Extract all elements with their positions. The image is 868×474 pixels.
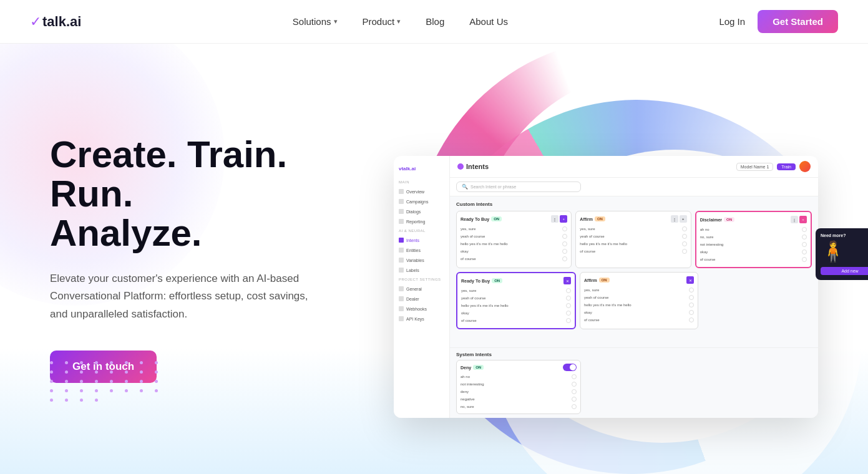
intent-action-add[interactable]: +: [799, 216, 807, 223]
dot: [95, 361, 98, 364]
sidebar-item-intents[interactable]: Intents: [394, 235, 449, 245]
system-intent-badge: ON: [473, 365, 484, 370]
chevron-down-icon: ▾: [334, 17, 338, 26]
intent-action-add[interactable]: +: [560, 215, 567, 223]
nav-links: Solutions ▾ Product ▾ Blog About Us: [293, 16, 508, 27]
intent-card-affirm[interactable]: Affirm ON ⋮ + yes, sure yeah of course: [575, 211, 691, 268]
intent-card-affirm-2[interactable]: Affirm ON ✕ yes, sure yeah of course hel…: [580, 272, 698, 329]
sidebar-item-overview[interactable]: Overview: [394, 186, 449, 196]
system-intents-title: System Intents: [456, 352, 812, 357]
intent-card-ready-to-buy[interactable]: Ready To Buy ON ⋮ + yes, sure yeah of co…: [456, 211, 572, 268]
intent-card-disclaimer[interactable]: Disclaimer ON ⋮ + ah no no, sure not i: [695, 211, 812, 268]
model-select[interactable]: Model Name 1: [736, 163, 774, 171]
intent-item: okay: [461, 309, 571, 317]
system-intent-card-deny[interactable]: Deny ON ah no not interesting deny negat…: [456, 360, 581, 414]
intent-actions: ✕: [563, 277, 571, 284]
intent-row-2: Ready To Buy ON ✕ yes, sure yeah of cour…: [456, 272, 812, 329]
dot: [80, 380, 83, 383]
sidebar-main-label: MAIN: [394, 178, 449, 186]
intent-item: okay: [461, 248, 567, 255]
nav-solutions[interactable]: Solutions ▾: [293, 16, 338, 27]
intent-item: of course: [584, 316, 694, 324]
intent-item: okay: [700, 248, 807, 256]
dot: [80, 399, 83, 402]
need-more-figure: 🧍: [821, 241, 868, 261]
app-topbar-right: Model Name 1 Train: [736, 161, 811, 172]
sidebar-item-webhooks[interactable]: Webhooks: [394, 304, 449, 314]
dialogs-icon: [399, 209, 404, 214]
intent-row-1: Ready To Buy ON ⋮ + yes, sure yeah of co…: [456, 211, 812, 268]
dot: [80, 389, 83, 392]
dot: [110, 389, 113, 392]
sidebar-item-general[interactable]: General: [394, 284, 449, 294]
dot: [80, 361, 83, 364]
navbar: ✓ talk.ai Solutions ▾ Product ▾ Blog Abo…: [0, 0, 868, 44]
sidebar-item-reporting[interactable]: Reporting: [394, 216, 449, 226]
intent-action-settings[interactable]: ✕: [563, 277, 571, 284]
dot: [140, 380, 143, 383]
sidebar-item-dealer[interactable]: Dealer: [394, 294, 449, 304]
search-input[interactable]: 🔍 Search Intent or phrase: [456, 181, 581, 192]
intent-item: okay: [584, 309, 694, 316]
labels-icon: [399, 268, 404, 273]
dot: [95, 380, 98, 383]
sidebar-item-entities[interactable]: Entities: [394, 245, 449, 255]
sidebar-item-variables[interactable]: Variables: [394, 255, 449, 265]
chevron-down-icon: ▾: [397, 17, 401, 26]
sidebar-item-dialogs[interactable]: Dialogs: [394, 206, 449, 216]
dot: [95, 399, 98, 402]
intent-action-settings[interactable]: ⋮: [671, 215, 678, 223]
intent-card-ready-to-buy-2[interactable]: Ready To Buy ON ✕ yes, sure yeah of cour…: [456, 272, 576, 329]
system-intent-toggle[interactable]: [563, 364, 577, 371]
nav-about[interactable]: About Us: [469, 16, 508, 27]
nav-blog[interactable]: Blog: [426, 16, 444, 27]
app-searchbar: 🔍 Search Intent or phrase: [450, 178, 818, 196]
sidebar-ai-label: AI & NEURAL: [394, 226, 449, 235]
dot: [65, 380, 68, 383]
intent-item: hello yes it's me it's me hello: [461, 302, 571, 309]
intent-item: of course: [461, 255, 567, 263]
train-button[interactable]: Train: [777, 163, 796, 170]
dot: [155, 380, 158, 383]
app-topbar-title: Intents: [457, 163, 489, 170]
intent-item: yes, sure: [584, 286, 694, 294]
intent-item: of course: [461, 317, 571, 324]
intent-item: no, sure: [461, 403, 577, 410]
hero-right: vtalk.ai MAIN Overview Campaigns Dialogs…: [381, 44, 868, 474]
nav-product[interactable]: Product ▾: [363, 16, 401, 27]
webhooks-icon: [399, 306, 404, 311]
intent-name: Disclaimer: [700, 218, 722, 222]
logo[interactable]: ✓ talk.ai: [30, 14, 81, 30]
dealer-icon: [399, 296, 404, 301]
intent-action-add[interactable]: +: [680, 215, 687, 223]
need-more-card: Need more? 🧍 Add new: [816, 228, 868, 280]
intent-name: Affirm: [584, 278, 597, 283]
intent-actions: ⋮ +: [671, 215, 687, 223]
intent-action-settings[interactable]: ⋮: [791, 216, 798, 223]
app-topbar: Intents Model Name 1 Train: [450, 156, 818, 178]
dot: [95, 370, 98, 374]
add-new-button[interactable]: Add new: [821, 267, 868, 275]
intent-item: hello yes it's me it's me hello: [580, 240, 686, 248]
reporting-icon: [399, 219, 404, 224]
hero-subtext: Elevate your customer's experience with …: [50, 270, 324, 322]
dot: [155, 361, 158, 364]
sidebar-item-labels[interactable]: Labels: [394, 265, 449, 275]
app-logo: vtalk.ai: [394, 163, 449, 178]
apikeys-icon: [399, 316, 404, 321]
toggle-thumb: [570, 364, 576, 370]
dot: [50, 380, 53, 383]
sidebar-item-apikeys[interactable]: API Keys: [394, 314, 449, 324]
dot: [140, 389, 143, 392]
intent-action-settings[interactable]: ⋮: [551, 215, 558, 223]
need-more-title: Need more?: [821, 233, 868, 238]
intent-item: not interesting: [461, 380, 577, 388]
campaigns-icon: [399, 199, 404, 204]
intent-action-settings[interactable]: ✕: [686, 276, 694, 284]
dot: [50, 370, 53, 374]
login-button[interactable]: Log In: [719, 16, 745, 27]
sidebar-item-campaigns[interactable]: Campaigns: [394, 196, 449, 206]
intent-item: no, sure: [700, 233, 807, 241]
overview-icon: [399, 189, 404, 194]
get-started-button[interactable]: Get Started: [758, 10, 838, 33]
